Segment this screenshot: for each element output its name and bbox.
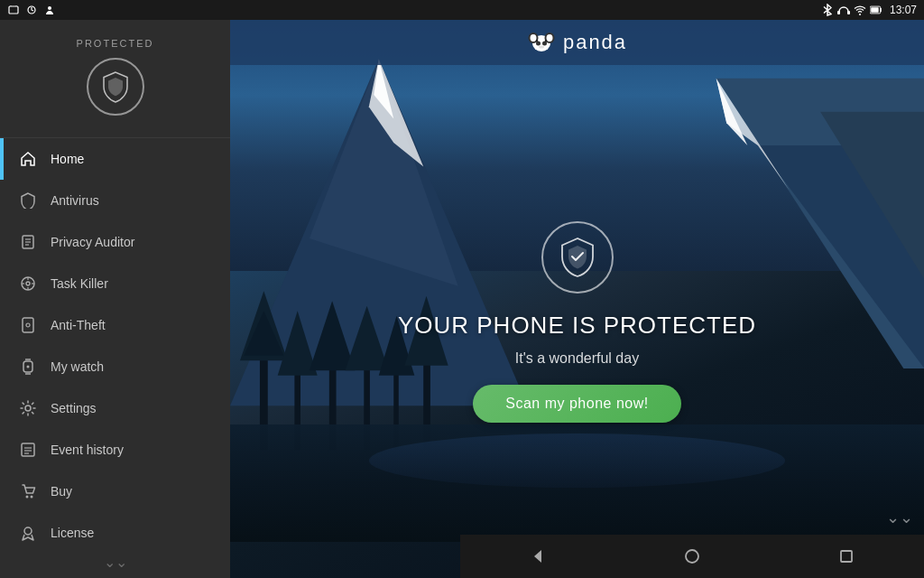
sidebar-item-event-history[interactable]: Event history — [0, 429, 230, 471]
svg-point-41 — [536, 40, 538, 42]
settings-label: Settings — [51, 401, 97, 415]
panda-logo: panda — [527, 30, 627, 55]
anti-theft-label: Anti-Theft — [51, 318, 106, 332]
headphones-icon — [837, 4, 850, 16]
protected-label: PROTECTED — [77, 38, 154, 49]
sidebar-shield-circle — [87, 58, 144, 116]
status-bar-left — [7, 4, 56, 16]
main-content: panda — [230, 20, 924, 578]
my-watch-icon — [18, 357, 38, 377]
svg-rect-0 — [9, 6, 18, 14]
svg-rect-3 — [837, 11, 840, 14]
svg-rect-7 — [871, 7, 879, 12]
status-bar-right: 13:07 — [821, 4, 917, 16]
sidebar-item-anti-theft[interactable]: Anti-Theft — [0, 304, 230, 346]
svg-point-40 — [539, 46, 544, 49]
sidebar: PROTECTED Home — [0, 20, 230, 578]
svg-point-31 — [24, 527, 32, 535]
sidebar-item-home[interactable]: Home — [0, 138, 230, 180]
home-icon — [18, 149, 38, 169]
sidebar-item-license[interactable]: License — [0, 512, 230, 546]
sidebar-item-antivirus[interactable]: Antivirus — [0, 180, 230, 221]
svg-point-29 — [26, 496, 29, 499]
svg-point-38 — [536, 42, 541, 46]
task-killer-label: Task Killer — [51, 276, 108, 291]
home-button[interactable] — [670, 538, 714, 574]
sidebar-item-buy[interactable]: Buy — [0, 471, 230, 512]
main-status-title: YOUR PHONE IS PROTECTED — [398, 312, 756, 340]
scroll-down-right: ⌄⌄ — [886, 508, 913, 527]
svg-point-19 — [26, 323, 30, 327]
notification-icon-2 — [25, 4, 38, 16]
main-shield-icon — [541, 221, 614, 294]
task-killer-icon — [18, 274, 38, 294]
battery-icon — [870, 4, 882, 16]
notification-icon-1 — [7, 4, 20, 16]
my-watch-label: My watch — [51, 359, 104, 374]
svg-point-37 — [546, 34, 552, 42]
sidebar-header: PROTECTED — [0, 20, 230, 138]
bluetooth-icon — [821, 4, 834, 16]
event-history-label: Event history — [51, 443, 124, 457]
svg-point-5 — [859, 14, 861, 15]
settings-icon — [18, 398, 38, 418]
antivirus-icon — [18, 191, 38, 210]
svg-point-66 — [686, 550, 698, 563]
home-label: Home — [51, 152, 84, 166]
buy-label: Buy — [51, 484, 72, 499]
privacy-auditor-label: Privacy Auditor — [51, 235, 134, 249]
notification-icon-3 — [43, 4, 56, 16]
main-container: PROTECTED Home — [0, 20, 924, 578]
wifi-icon — [854, 4, 866, 16]
svg-point-36 — [530, 34, 536, 42]
sidebar-item-task-killer[interactable]: Task Killer — [0, 263, 230, 304]
anti-theft-icon — [18, 315, 38, 335]
scan-button[interactable]: Scan my phone now! — [473, 385, 680, 423]
svg-rect-67 — [841, 551, 852, 562]
svg-point-2 — [48, 6, 51, 10]
buy-icon — [18, 481, 38, 501]
recent-button[interactable] — [825, 538, 868, 574]
svg-point-42 — [545, 40, 547, 42]
privacy-auditor-icon — [18, 232, 38, 252]
svg-point-23 — [27, 366, 30, 368]
svg-rect-4 — [847, 11, 850, 14]
status-bar: 13:07 — [0, 0, 924, 20]
sidebar-item-privacy-auditor[interactable]: Privacy Auditor — [0, 221, 230, 263]
svg-rect-25 — [22, 443, 34, 456]
event-history-icon — [18, 440, 38, 460]
sidebar-item-settings[interactable]: Settings — [0, 387, 230, 429]
center-content: YOUR PHONE IS PROTECTED It's a wonderful… — [230, 65, 924, 578]
license-icon — [18, 523, 38, 543]
svg-rect-18 — [23, 318, 33, 332]
back-button[interactable] — [516, 538, 559, 574]
clock-time: 13:07 — [890, 4, 917, 16]
app-header: panda — [230, 20, 924, 65]
svg-point-39 — [542, 42, 547, 46]
svg-marker-65 — [534, 550, 541, 563]
license-label: License — [51, 526, 94, 540]
svg-point-30 — [31, 496, 33, 499]
bottom-nav — [460, 535, 924, 578]
app-name: panda — [563, 31, 627, 54]
svg-point-24 — [25, 406, 31, 411]
svg-point-13 — [26, 282, 30, 285]
nav-list: Home Antivirus — [0, 138, 230, 546]
sidebar-scroll-down: ⌄⌄ — [0, 546, 230, 578]
antivirus-label: Antivirus — [51, 193, 99, 208]
main-status-subtitle: It's a wonderful day — [515, 350, 639, 367]
sidebar-item-my-watch[interactable]: My watch — [0, 346, 230, 387]
